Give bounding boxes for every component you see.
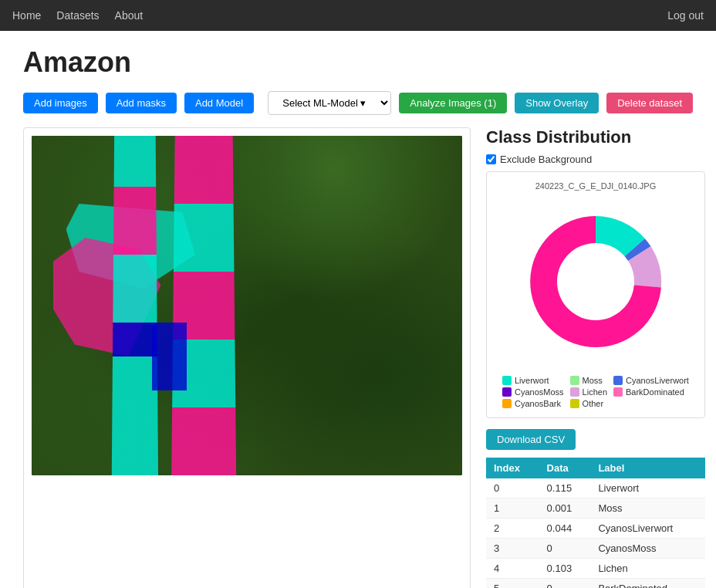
legend-label-lichen: Lichen — [583, 387, 607, 397]
legend-color-lichen — [570, 387, 579, 397]
legend-label-other: Other — [583, 399, 604, 408]
legend-item-cyanos-liverwort: CyanosLiverwort — [613, 376, 689, 385]
table-row: 0 0.115 Liverwort — [486, 478, 705, 498]
legend-color-bark-dominated — [613, 387, 623, 397]
tree-trunk-left — [109, 136, 160, 475]
chart-title: Class Distribution — [486, 127, 705, 147]
legend-item-cyanos-bark: CyanosBark — [502, 399, 564, 408]
legend-item-lichen: Lichen — [570, 387, 607, 397]
table-row: 3 0 CyanosMoss — [486, 539, 705, 559]
legend-label-bark-dominated: BarkDominated — [626, 387, 684, 397]
legend-item-bark-dominated: BarkDominated — [613, 387, 689, 397]
legend-color-cyanos-moss — [502, 387, 512, 397]
nav-logout[interactable]: Log out — [667, 9, 704, 22]
col-index: Index — [486, 458, 539, 478]
donut-hole — [557, 243, 634, 320]
cell-index: 1 — [486, 498, 539, 519]
legend-label-cyanos-bark: CyanosBark — [515, 399, 561, 408]
chart-container: 240223_C_G_E_DJI_0140.JPG — [486, 171, 705, 418]
delete-dataset-button[interactable]: Delete dataset — [606, 93, 693, 113]
navbar: Home Datasets About Log out — [0, 0, 716, 31]
cell-data: 0.103 — [539, 559, 591, 579]
cell-data: 0 — [539, 539, 591, 559]
col-label: Label — [590, 458, 705, 478]
col-data: Data — [539, 458, 591, 478]
table-header: Index Data Label — [486, 458, 705, 478]
table-row: 4 0.103 Lichen — [486, 559, 705, 579]
legend-label-liverwort: Liverwort — [515, 376, 549, 385]
legend-color-cyanos-bark — [502, 399, 512, 408]
table-body: 0 0.115 Liverwort 1 0.001 Moss 2 0.044 C… — [486, 478, 705, 588]
cell-index: 5 — [486, 579, 539, 589]
legend-item-liverwort: Liverwort — [502, 376, 564, 385]
table-header-row: Index Data Label — [486, 458, 705, 478]
cell-data: 0.044 — [539, 519, 591, 539]
cell-data: 0.115 — [539, 478, 591, 498]
tree-trunk-right — [170, 136, 238, 475]
legend-color-moss — [570, 376, 579, 385]
add-model-button[interactable]: Add Model — [184, 93, 254, 113]
cell-index: 4 — [486, 559, 539, 579]
legend-color-other — [570, 399, 579, 408]
cell-label: Liverwort — [590, 478, 705, 498]
cell-data: 0.001 — [539, 498, 591, 519]
content-row: Class Distribution Exclude Background 24… — [23, 127, 693, 588]
chart-legend: Liverwort Moss CyanosLiverwort CyanosMos… — [496, 376, 695, 408]
legend-item-moss: Moss — [570, 376, 607, 385]
cell-label: CyanosLiverwort — [590, 519, 705, 539]
cell-label: Moss — [590, 498, 705, 519]
add-images-button[interactable]: Add images — [23, 93, 98, 113]
chart-panel: Class Distribution Exclude Background 24… — [486, 127, 705, 588]
cell-label: BarkDominated — [590, 579, 705, 589]
table-row: 2 0.044 CyanosLiverwort — [486, 519, 705, 539]
exclude-background-option: Exclude Background — [486, 154, 705, 165]
cell-data: 0 — [539, 579, 591, 589]
legend-color-cyanos-liverwort — [613, 376, 623, 385]
donut-chart-wrapper — [496, 197, 695, 367]
download-section: Download CSV Index Data Label 0 0.115 Li… — [486, 429, 705, 588]
download-csv-button[interactable]: Download CSV — [486, 429, 576, 450]
legend-item-cyanos-moss: CyanosMoss — [502, 387, 564, 397]
analyze-images-button[interactable]: Analyze Images (1) — [399, 93, 507, 113]
cell-label: Lichen — [590, 559, 705, 579]
toolbar: Add images Add masks Add Model Select ML… — [23, 91, 693, 115]
nav-datasets[interactable]: Datasets — [56, 0, 99, 31]
main-content: Amazon Add images Add masks Add Model Se… — [0, 31, 716, 588]
image-panel — [23, 127, 471, 588]
select-ml-model[interactable]: Select ML-Model ▾ — [268, 91, 391, 115]
image-display — [32, 136, 462, 475]
chart-image-name: 240223_C_G_E_DJI_0140.JPG — [496, 181, 695, 191]
cell-index: 0 — [486, 478, 539, 498]
table-row: 5 0 BarkDominated — [486, 579, 705, 589]
show-overlay-button[interactable]: Show Overlay — [515, 93, 599, 113]
exclude-background-label[interactable]: Exclude Background — [500, 154, 592, 165]
table-row: 1 0.001 Moss — [486, 498, 705, 519]
legend-item-other: Other — [570, 399, 607, 408]
add-masks-button[interactable]: Add masks — [106, 93, 177, 113]
legend-label-cyanos-liverwort: CyanosLiverwort — [626, 376, 689, 385]
legend-label-cyanos-moss: CyanosMoss — [515, 387, 564, 397]
exclude-background-checkbox[interactable] — [486, 154, 496, 164]
nav-home[interactable]: Home — [12, 0, 41, 31]
nav-about[interactable]: About — [115, 0, 144, 31]
legend-color-liverwort — [502, 376, 512, 385]
donut-chart — [511, 197, 681, 367]
cell-index: 2 — [486, 519, 539, 539]
data-table: Index Data Label 0 0.115 Liverwort 1 0.0… — [486, 458, 705, 588]
cell-label: CyanosMoss — [590, 539, 705, 559]
blue-overlay-1 — [152, 323, 187, 390]
legend-label-moss: Moss — [583, 376, 603, 385]
cell-index: 3 — [486, 539, 539, 559]
page-title: Amazon — [23, 46, 693, 79]
